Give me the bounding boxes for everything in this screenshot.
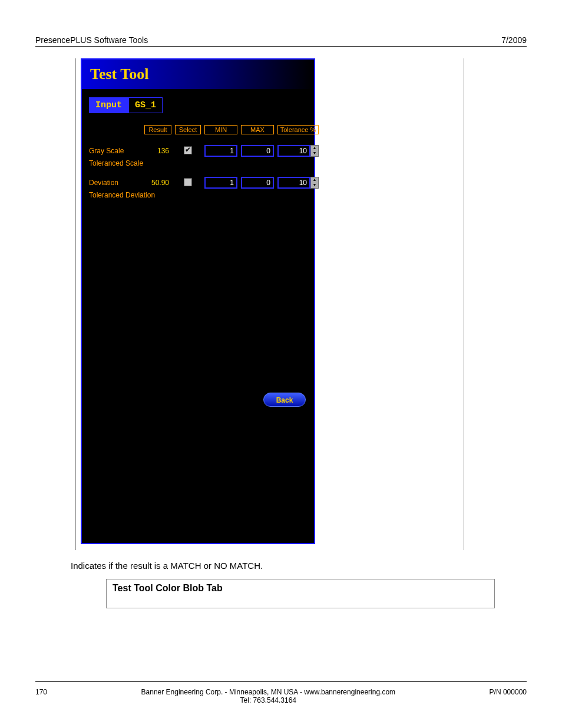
deviation-max-input[interactable]: 0 (241, 177, 274, 189)
stepper-arrows-icon[interactable]: ▲▼ (310, 145, 319, 157)
deviation-tolerance-value[interactable]: 10 (277, 177, 310, 189)
grayscale-tolerance-stepper[interactable]: 10 ▲▼ (277, 145, 319, 157)
section-title: Test Tool Color Blob Tab (113, 583, 488, 594)
test-tool-panel: Test Tool Input GS_1 Result Select MIN M… (81, 58, 315, 544)
deviation-row: Deviation 50.90 1 0 10 ▲▼ (89, 177, 307, 189)
grayscale-sublabel: Toleranced Scale (89, 159, 307, 167)
figure-container: Test Tool Input GS_1 Result Select MIN M… (75, 58, 464, 550)
footer-line2: Tel: 763.544.3164 (47, 696, 490, 704)
tab-input[interactable]: Input (89, 97, 128, 113)
deviation-min-input[interactable]: 1 (204, 177, 237, 189)
tab-strip: Input GS_1 (89, 97, 307, 113)
deviation-tolerance-stepper[interactable]: 10 ▲▼ (277, 177, 319, 189)
deviation-select-checkbox[interactable] (184, 178, 192, 186)
tab-gs1[interactable]: GS_1 (128, 97, 163, 113)
deviation-result: 50.90 (144, 179, 171, 187)
grayscale-row: Gray Scale 136 1 0 10 ▲▼ (89, 145, 307, 157)
footer-line1: Banner Engineering Corp. - Minneapolis, … (47, 688, 490, 696)
grayscale-min-input[interactable]: 1 (204, 145, 237, 157)
col-tolerance: Tolerance % (277, 125, 319, 134)
page-footer: 170 Banner Engineering Corp. - Minneapol… (35, 688, 527, 704)
grayscale-label: Gray Scale (89, 147, 141, 155)
col-result: Result (144, 125, 171, 134)
figure-caption: Indicates if the result is a MATCH or NO… (71, 561, 527, 571)
deviation-sublabel: Toleranced Deviation (89, 191, 307, 199)
grayscale-tolerance-value[interactable]: 10 (277, 145, 310, 157)
panel-title: Test Tool (82, 60, 314, 89)
grayscale-select-checkbox[interactable] (184, 146, 192, 154)
footer-partnum: P/N 000000 (490, 688, 527, 704)
header-right: 7/2009 (501, 35, 527, 45)
grayscale-max-input[interactable]: 0 (241, 145, 274, 157)
column-headers: Result Select MIN MAX Tolerance % (89, 125, 307, 134)
back-button[interactable]: Back (263, 393, 306, 407)
col-max: MAX (241, 125, 274, 134)
col-min: MIN (204, 125, 237, 134)
section-box: Test Tool Color Blob Tab (106, 579, 495, 608)
stepper-arrows-icon[interactable]: ▲▼ (310, 177, 319, 189)
grayscale-result: 136 (144, 147, 171, 155)
col-select: Select (175, 125, 201, 134)
header-left: PresencePLUS Software Tools (35, 35, 148, 45)
deviation-label: Deviation (89, 179, 141, 187)
page-number: 170 (35, 688, 47, 704)
